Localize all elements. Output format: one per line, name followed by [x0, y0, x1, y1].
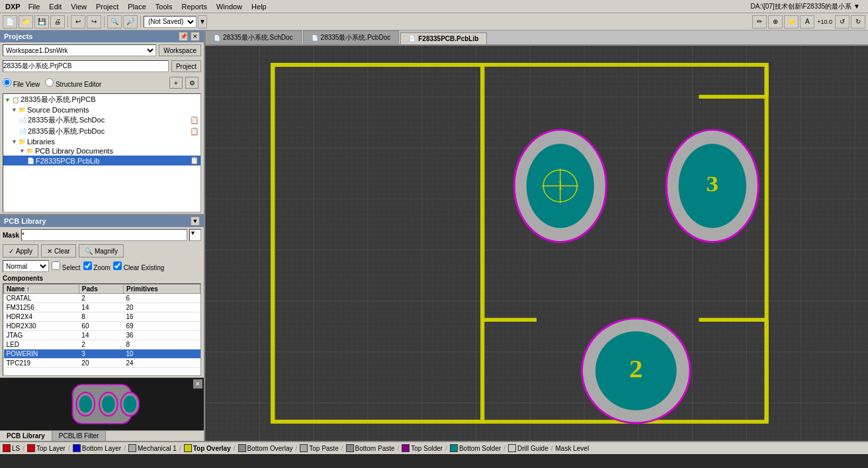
panel-pin-btn[interactable]: 📌 [179, 32, 188, 41]
magnify-btn[interactable]: 🔍 Magnify [79, 244, 124, 257]
apply-btn[interactable]: ✓ Apply [3, 244, 38, 257]
status-mask-level[interactable]: Mask Level [556, 445, 589, 452]
right-btn2[interactable]: ⊕ [768, 15, 783, 28]
zoom-in-btn[interactable]: 🔍 [107, 15, 122, 28]
select-checkbox[interactable] [52, 261, 60, 270]
zoom-checkbox[interactable] [83, 261, 92, 270]
tree-item-pcb[interactable]: 📄 28335最小系统.PcbDoc 📋 [3, 126, 200, 137]
table-row[interactable]: TPC219 20 24 [4, 359, 200, 368]
radio-file-view[interactable] [3, 78, 11, 87]
drill-guide-label: Drill Guide [517, 445, 548, 452]
menu-place[interactable]: Place [124, 2, 150, 11]
sep1 [67, 16, 68, 28]
zoom-out-btn[interactable]: 🔎 [123, 15, 138, 28]
bottom-solder-color [450, 444, 458, 452]
table-row[interactable]: HDR2X30 60 69 [4, 322, 200, 331]
add-icon-btn[interactable]: + [169, 77, 183, 89]
doc-combo[interactable]: (Not Saved) [144, 16, 196, 28]
menu-edit[interactable]: Edit [45, 2, 65, 11]
menu-file[interactable]: File [24, 2, 44, 11]
project-input[interactable] [3, 60, 169, 72]
table-row[interactable]: JTAG 14 36 [4, 331, 200, 340]
status-bottom-layer[interactable]: Bottom Layer [73, 444, 121, 452]
menu-project[interactable]: Project [92, 2, 122, 11]
settings-icon-btn[interactable]: ⚙ [185, 77, 198, 89]
status-top-solder[interactable]: Top Solder [402, 444, 443, 452]
panel-close-btn[interactable]: ✕ [191, 32, 200, 41]
left-tab-pcblib[interactable]: PCB Library [0, 431, 52, 441]
status-drill-guide[interactable]: Drill Guide [508, 444, 548, 452]
right-btn1[interactable]: ✏ [752, 15, 767, 28]
mask-input[interactable] [21, 229, 187, 241]
sep-4: / [179, 445, 181, 452]
workspace-combo[interactable]: Workspace1.DsnWrk [3, 44, 156, 56]
table-row[interactable]: LED 2 8 [4, 340, 200, 350]
tree-item-sch[interactable]: 📄 28335最小系统.SchDoc 📋 [3, 115, 200, 126]
col-pads[interactable]: Pads [79, 285, 123, 294]
tab-label-pcb: 28335最小系统.PcbDoc [321, 33, 391, 42]
col-name[interactable]: Name ↑ [4, 285, 79, 294]
table-row[interactable]: CRATAL 2 6 [4, 294, 200, 303]
table-row[interactable]: FM31256 14 20 [4, 303, 200, 312]
preview-close-btn[interactable]: ✕ [193, 379, 202, 389]
print-btn[interactable]: 🖨 [50, 15, 65, 28]
zoom-label-wrap[interactable]: Zoom [83, 261, 110, 271]
radio-structure-label[interactable]: Structure Editor [45, 78, 101, 88]
projects-panel: Projects 📌 ✕ Workspace1.DsnWrk Workspace… [0, 30, 204, 215]
status-top-layer[interactable]: Top Layer [27, 444, 65, 452]
status-bottom-paste[interactable]: Bottom Paste [346, 444, 395, 452]
radio-file-view-label[interactable]: File View [3, 78, 40, 88]
clear-btn[interactable]: ✕ Clear [41, 244, 76, 257]
workspace-btn[interactable]: Workspace [159, 44, 201, 56]
svg-text:2: 2 [629, 355, 642, 383]
status-top-paste[interactable]: Top Paste [300, 444, 338, 452]
menu-view[interactable]: View [67, 2, 91, 11]
menu-window[interactable]: Window [212, 2, 246, 11]
tree-item-root[interactable]: ▼ 📋 28335最小系统.PrjPCB [3, 94, 200, 105]
status-bottom-overlay[interactable]: Bottom Overlay [238, 444, 293, 452]
right-btn4[interactable]: A [800, 15, 814, 28]
svg-text:3: 3 [707, 171, 718, 197]
mode-select[interactable]: Normal [3, 260, 49, 272]
right-btn3[interactable]: ⭐ [784, 15, 799, 28]
save-btn[interactable]: 💾 [34, 15, 49, 28]
tree-item-lib[interactable]: ▼ 📁 Libraries [3, 137, 200, 146]
tab-schDoc[interactable]: 📄 28335最小系统.SchDoc [205, 30, 302, 44]
tab-pcbDoc[interactable]: 📄 28335最小系统.PcbDoc [303, 30, 400, 44]
radio-structure[interactable] [45, 78, 54, 87]
clear-existing-label-wrap[interactable]: Clear Existing [113, 261, 164, 271]
status-mechanical[interactable]: Mechanical 1 [128, 444, 177, 452]
left-tab-filter[interactable]: PCBLIB Filter [52, 431, 107, 441]
combo-dropdown[interactable]: ▼ [198, 15, 207, 28]
pcblib-down-btn[interactable]: ▼ [191, 216, 200, 226]
cell-pads: 60 [79, 322, 123, 331]
status-top-overlay[interactable]: Top Overlay [184, 444, 231, 452]
tree-label-lib: Libraries [27, 138, 55, 146]
status-bottom-solder[interactable]: Bottom Solder [450, 444, 501, 452]
top-overlay-color [184, 444, 192, 452]
table-row[interactable]: POWERIN 3 10 [4, 350, 200, 359]
menu-help[interactable]: Help [247, 2, 271, 11]
rotate-btn1[interactable]: ↺ [835, 15, 849, 28]
rotate-btn2[interactable]: ↻ [851, 15, 865, 28]
col-primitives[interactable]: Primitives [124, 285, 200, 294]
canvas-area[interactable]: 1 3 2 [205, 46, 868, 441]
open-btn[interactable]: 📁 [19, 15, 33, 28]
tree-item-pcblib[interactable]: 📄 F28335PCB.PcbLib 📋 [3, 156, 200, 165]
undo-btn[interactable]: ↩ [71, 15, 85, 28]
toolbar: 📄 📁 💾 🖨 ↩ ↪ 🔍 🔎 (Not Saved) ▼ ✏ ⊕ ⭐ A +1… [0, 13, 868, 30]
project-btn[interactable]: Project [171, 60, 201, 72]
menu-reports[interactable]: Reports [177, 2, 211, 11]
new-btn[interactable]: 📄 [3, 15, 17, 28]
tree-item-src[interactable]: ▼ 📁 Source Documents [3, 105, 200, 115]
tree-item-libdoc[interactable]: ▼ 📁 PCB Library Documents [3, 146, 200, 156]
components-table-container[interactable]: Name ↑ Pads Primitives CRATAL 2 6 FM3125… [3, 283, 201, 376]
mask-dropdown[interactable]: ▼ [189, 229, 201, 241]
table-row[interactable]: HDR2X4 8 16 [4, 312, 200, 322]
menu-tools[interactable]: Tools [152, 2, 177, 11]
clear-existing-checkbox[interactable] [113, 261, 122, 270]
redo-btn[interactable]: ↪ [87, 15, 101, 28]
select-label-wrap[interactable]: Select [52, 261, 81, 271]
file-tree[interactable]: ▼ 📋 28335最小系统.PrjPCB ▼ 📁 Source Document… [3, 93, 201, 212]
tab-pcbLib[interactable]: 📄 F28335PCB.PcbLib [400, 32, 487, 44]
